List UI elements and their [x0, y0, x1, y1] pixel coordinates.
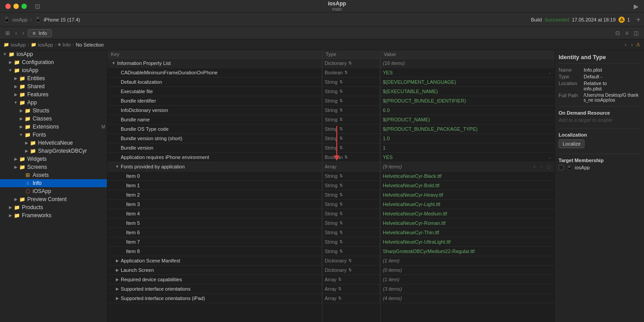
table-row[interactable]: ▶ Application Scene Manifest Dictionary …	[107, 256, 555, 266]
sidebar-item-iosapp-sub[interactable]: ▼ 📁 iosApp	[0, 66, 107, 74]
forward-button[interactable]: ›	[21, 29, 26, 37]
sidebar-toggle-icon[interactable]: ⊡	[35, 3, 40, 10]
sidebar-item-shared[interactable]: ▶ 📁 Shared	[0, 82, 107, 90]
bc-nav-prev[interactable]: ‹	[623, 41, 628, 48]
row-toggle-info-prop-list[interactable]: ▼	[111, 60, 116, 66]
add-item-button[interactable]: +	[531, 163, 538, 170]
stepper-item5[interactable]: ⇅	[339, 221, 343, 225]
stepper-item4[interactable]: ⇅	[339, 211, 343, 216]
run-button[interactable]: ▶	[634, 3, 639, 10]
sidebar-item-screens[interactable]: ▶ 📁 Screens	[0, 163, 107, 171]
table-row[interactable]: ▶ Bundle identifier String ⇅ $(PRODUCT_B…	[107, 96, 555, 106]
table-row[interactable]: ▶ Default localization String ⇅ $(DEVELO…	[107, 77, 555, 87]
stepper-bundle-ver-short[interactable]: ⇅	[339, 136, 343, 141]
stepper-item1[interactable]: ⇅	[339, 183, 343, 188]
remove-item-button[interactable]: −	[538, 163, 545, 170]
table-row[interactable]: ▶ Item 2 String⇅ HelveticaNeueCyr-Heavy.…	[107, 190, 555, 200]
stepper-scene-manifest[interactable]: ⇅	[348, 258, 352, 263]
stepper-default-lang[interactable]: ⇅	[339, 80, 343, 84]
sidebar-item-preview-content[interactable]: ▶ 📁 Preview Content	[0, 195, 107, 203]
stepper-app-requires[interactable]: ⇅	[344, 155, 348, 159]
minimize-button[interactable]	[13, 4, 19, 9]
table-row[interactable]: ▶ Supported interface orientations (iPad…	[107, 294, 555, 303]
back-button[interactable]: ‹	[13, 29, 19, 37]
table-row[interactable]: ▶ Item 8 String⇅ SharpGroteskDBCyrMedium…	[107, 247, 555, 256]
sidebar-item-iosapp-root[interactable]: ▼ 📁 iosApp	[0, 50, 107, 58]
stepper-bundle-name[interactable]: ⇅	[339, 117, 343, 122]
stepper-orientations[interactable]: ⇅	[338, 287, 342, 291]
stepper-bundle-os[interactable]: ⇅	[339, 127, 343, 131]
stepper-orientations-ipad[interactable]: ⇅	[338, 296, 342, 301]
stepper-item3[interactable]: ⇅	[339, 202, 343, 206]
stepper-launch-screen[interactable]: ⇅	[348, 268, 352, 272]
table-row[interactable]: ▶ Bundle version string (short) String ⇅…	[107, 134, 555, 143]
row-toggle-fonts-provided[interactable]: ▼	[114, 164, 120, 169]
sidebar-item-sharpgroteskdbcyr[interactable]: ▶ 📁 SharpGroteskDBCyr	[0, 147, 107, 155]
sidebar-item-features[interactable]: ▶ 📁 Features	[0, 90, 107, 99]
sidebar-item-classes[interactable]: ▶ 📁 Classes	[0, 115, 107, 123]
table-row[interactable]: ▶ Item 0 String⇅ HelveticaNeueCyr-Black.…	[107, 172, 555, 181]
row-toggle-required-device[interactable]: ▶	[114, 277, 120, 282]
close-button[interactable]	[5, 4, 11, 9]
sidebar-item-extensions[interactable]: ▶ 📁 Extensions M	[0, 123, 107, 131]
stepper-item0[interactable]: ⇅	[339, 174, 343, 178]
stepper-item6[interactable]: ⇅	[339, 230, 343, 235]
table-row[interactable]: ▶ CADisableMinimumFrameDurationOnPhone B…	[107, 68, 555, 77]
bc-item-2[interactable]: Info	[63, 42, 71, 47]
sidebar-item-app[interactable]: ▼ 📁 App	[0, 99, 107, 107]
stepper-item2[interactable]: ⇅	[339, 193, 343, 197]
stepper-item8[interactable]: ⇅	[339, 249, 343, 253]
sidebar-item-info[interactable]: ▶ ≡ Info	[0, 179, 107, 187]
sidebar-item-iosapp-file[interactable]: ▶ ⬡ iOSApp	[0, 187, 107, 195]
table-row[interactable]: ▶ Bundle name String ⇅ $(PRODUCT_NAME)	[107, 115, 555, 125]
bc-item-0[interactable]: iosApp	[11, 42, 26, 47]
sidebar-item-fonts[interactable]: ▼ 📁 Fonts	[0, 131, 107, 139]
table-row[interactable]: ▶ InfoDictionary version String ⇅ 6.0	[107, 106, 555, 115]
tab-info[interactable]: ≡ Info	[28, 29, 52, 37]
stepper-exec-file[interactable]: ⇅	[339, 89, 343, 94]
stepper-bundle-id[interactable]: ⇅	[339, 99, 343, 103]
sidebar-item-products[interactable]: ▶ 📁 Products	[0, 203, 107, 211]
target-checkbox[interactable]	[559, 165, 564, 170]
view-btn-3[interactable]: ◫	[632, 29, 640, 37]
stepper-info-dict[interactable]: ⇅	[339, 108, 343, 112]
stepper-required-device[interactable]: ⇅	[338, 277, 342, 282]
sidebar-item-entities[interactable]: ▶ 📁 Entities	[0, 74, 107, 82]
table-row[interactable]: ▼ Information Property List Dictionary ⇅…	[107, 59, 555, 68]
table-row[interactable]: ▶ Item 5 String⇅ HelveticaNeueCyr-Roman.…	[107, 219, 555, 228]
sidebar-item-frameworks[interactable]: ▶ 📁 Frameworks	[0, 211, 107, 219]
table-row[interactable]: ▶ Required device capabilities Array ⇅ (…	[107, 275, 555, 284]
row-toggle-orientations-ipad[interactable]: ▶	[114, 296, 120, 301]
table-row[interactable]: ▶ Item 4 String⇅ HelveticaNeueCyr-Medium…	[107, 209, 555, 219]
row-toggle-orientations[interactable]: ▶	[114, 286, 120, 292]
table-row[interactable]: ▶ Item 3 String⇅ HelveticaNeueCyr-Light.…	[107, 200, 555, 209]
stepper-cadisable[interactable]: ⇅	[344, 70, 348, 75]
table-row[interactable]: ▼ Fonts provided by application Array (9…	[107, 162, 555, 172]
stepper-bundle-ver[interactable]: ⇅	[339, 146, 343, 150]
row-toggle-launch-screen[interactable]: ▶	[114, 267, 120, 273]
view-btn-1[interactable]: ⊡	[614, 29, 622, 37]
table-row[interactable]: ▶ Bundle version String ⇅ 1	[107, 143, 555, 153]
table-row[interactable]: ▶ Item 7 String⇅ HelveticaNeueCyr-UltraL…	[107, 237, 555, 247]
table-row[interactable]: ▶ Application requires iPhone environmen…	[107, 153, 555, 162]
table-row[interactable]: ▶ Supported interface orientations Array…	[107, 284, 555, 294]
row-stepper-icon[interactable]: ⇅	[348, 61, 352, 65]
maximize-button[interactable]	[21, 4, 27, 9]
structure-toggle[interactable]: ⊞	[4, 29, 12, 37]
view-btn-2[interactable]: ≡	[623, 29, 630, 37]
localize-button[interactable]: Localize	[559, 139, 585, 148]
sidebar-item-helveticaneue[interactable]: ▶ 📁 HelveticaNeue	[0, 139, 107, 147]
table-row[interactable]: ▶ Item 6 String⇅ HelveticaNeueCyr-Thin.t…	[107, 228, 555, 237]
row-toggle-scene-manifest[interactable]: ▶	[114, 258, 120, 263]
sidebar-item-widgets[interactable]: ▶ 📁 Widgets	[0, 155, 107, 163]
sidebar-item-configuration[interactable]: ▶ 📁 Configuration	[0, 58, 107, 66]
table-row[interactable]: ▶ Item 1 String⇅ HelveticaNeueCyr-Bold.t…	[107, 181, 555, 190]
stepper-item7[interactable]: ⇅	[339, 240, 343, 244]
bc-item-1[interactable]: iosApp	[38, 42, 53, 47]
copy-item-button[interactable]: ◻	[546, 163, 552, 170]
add-button[interactable]: +	[636, 16, 640, 24]
sidebar-item-assets[interactable]: ▶ ⊞ Assets	[0, 171, 107, 179]
table-row[interactable]: ▶ Executable file String ⇅ $(EXECUTABLE_…	[107, 87, 555, 96]
table-row[interactable]: ▶ Launch Screen Dictionary ⇅ (0 items)	[107, 266, 555, 275]
sidebar-item-structs[interactable]: ▶ 📁 Structs	[0, 107, 107, 115]
